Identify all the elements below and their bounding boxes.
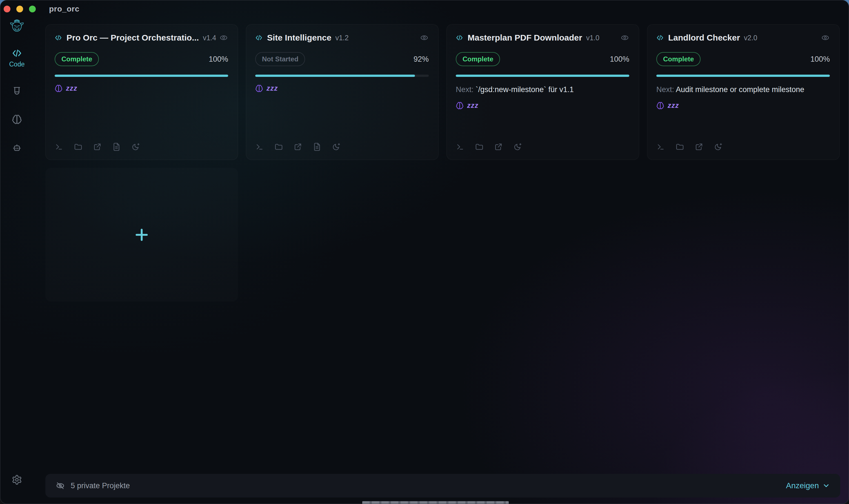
project-card-pro-orc[interactable]: Pro Orc — Project Orchestratio... v1.4 C… [45, 24, 238, 160]
project-version: v1.0 [586, 34, 599, 42]
card-actions [456, 142, 629, 151]
eye-icon[interactable] [219, 33, 228, 42]
file-text-icon[interactable] [112, 142, 121, 151]
card-actions [656, 142, 830, 151]
external-link-icon[interactable] [494, 142, 503, 151]
eye-icon[interactable] [821, 33, 830, 42]
beaker-icon [12, 86, 22, 96]
sidebar: Code [0, 18, 34, 504]
sidebar-item-robot[interactable] [12, 142, 22, 152]
project-card-landlord-checker[interactable]: Landlord Checker v2.0 Complete 100% Next… [647, 24, 840, 160]
project-title: Landlord Checker [668, 33, 740, 42]
next-step: Next: `/gsd:new-milestone` für v1.1 [456, 85, 629, 94]
status-badge: Not Started [255, 52, 305, 66]
traffic-lights [4, 6, 36, 12]
add-project-card[interactable] [45, 168, 238, 302]
project-grid: Pro Orc — Project Orchestratio... v1.4 C… [45, 24, 840, 160]
code-icon [456, 34, 463, 41]
project-title: Masterplan PDF Downloader [467, 33, 582, 42]
sidebar-item-beaker[interactable] [12, 86, 22, 96]
next-step: Next: Audit milestone or complete milest… [656, 85, 830, 94]
project-version: v1.2 [335, 34, 349, 42]
close-window-button[interactable] [4, 6, 11, 12]
eye-icon[interactable] [420, 33, 429, 42]
project-version: v2.0 [744, 34, 757, 42]
eye-off-icon [55, 481, 65, 490]
progress-bar [456, 75, 629, 77]
brain-icon [456, 102, 464, 110]
status-badge: Complete [55, 52, 99, 66]
moon-plus-icon[interactable] [714, 142, 723, 151]
project-title: Pro Orc — Project Orchestratio... [67, 33, 199, 42]
project-card-masterplan-pdf[interactable]: Masterplan PDF Downloader v1.0 Complete … [446, 24, 639, 160]
show-projects-button[interactable]: Anzeigen [786, 481, 830, 490]
next-label: Next: [656, 85, 674, 94]
zzz-label: zzz [668, 101, 679, 110]
zzz-label: zzz [266, 84, 278, 92]
folder-icon[interactable] [475, 142, 484, 151]
next-text: `/gsd:new-milestone` für v1.1 [476, 85, 574, 94]
progress-percent: 100% [610, 55, 629, 64]
code-icon [255, 34, 263, 41]
zzz-label: zzz [66, 84, 77, 92]
sleep-status: zzz [656, 101, 830, 110]
terminal-icon[interactable] [456, 142, 464, 151]
zzz-label: zzz [467, 101, 479, 110]
sidebar-item-label: Code [9, 60, 25, 68]
external-link-icon[interactable] [93, 142, 102, 151]
code-icon [656, 34, 664, 41]
chevron-down-icon [822, 482, 830, 490]
sleep-status: zzz [55, 84, 228, 92]
private-projects-bar[interactable]: 5 private Projekte Anzeigen [45, 474, 840, 498]
progress-bar [55, 75, 228, 77]
minimize-window-button[interactable] [16, 6, 23, 12]
project-title: Site Intelligence [267, 33, 331, 42]
file-text-icon[interactable] [313, 142, 321, 151]
project-version: v1.4 [203, 34, 216, 42]
next-label: Next: [456, 85, 474, 94]
sidebar-item-brain[interactable] [12, 114, 22, 124]
project-card-site-intelligence[interactable]: Site Intelligence v1.2 Not Started 92% z… [246, 24, 439, 160]
code-icon [12, 48, 22, 58]
external-link-icon[interactable] [294, 142, 302, 151]
sidebar-item-code[interactable]: Code [9, 48, 25, 68]
app-window: pro_orc Code [0, 0, 849, 504]
folder-icon[interactable] [675, 142, 684, 151]
settings-gear-icon[interactable] [12, 474, 22, 485]
folder-icon[interactable] [275, 142, 283, 151]
progress-percent: 92% [413, 55, 429, 64]
hidden-projects-count: 5 private Projekte [71, 482, 130, 490]
brain-icon [656, 102, 664, 110]
background-window-sliver [362, 501, 509, 504]
sleep-status: zzz [456, 101, 629, 110]
brain-icon [12, 114, 22, 124]
plus-icon [133, 226, 151, 244]
moon-plus-icon[interactable] [131, 142, 140, 151]
progress-percent: 100% [209, 55, 228, 64]
folder-icon[interactable] [74, 142, 83, 151]
card-actions [55, 142, 228, 151]
terminal-icon[interactable] [255, 142, 264, 151]
moon-plus-icon[interactable] [332, 142, 340, 151]
terminal-icon[interactable] [55, 142, 64, 151]
status-badge: Complete [656, 52, 701, 66]
brain-icon [55, 85, 63, 92]
brain-icon [255, 85, 263, 92]
terminal-icon[interactable] [656, 142, 665, 151]
moon-plus-icon[interactable] [513, 142, 522, 151]
title-bar: pro_orc [0, 0, 849, 18]
next-text: Audit milestone or complete milestone [676, 85, 804, 94]
robot-icon [12, 142, 22, 152]
window-title: pro_orc [49, 4, 79, 14]
progress-bar [656, 75, 830, 77]
eye-icon[interactable] [620, 33, 629, 42]
orc-logo-icon [9, 18, 25, 35]
status-badge: Complete [456, 52, 500, 66]
progress-bar [255, 75, 429, 77]
code-icon [55, 34, 62, 41]
external-link-icon[interactable] [695, 142, 703, 151]
show-projects-label: Anzeigen [786, 481, 819, 490]
sleep-status: zzz [255, 84, 429, 92]
progress-percent: 100% [810, 55, 830, 64]
zoom-window-button[interactable] [29, 6, 36, 12]
